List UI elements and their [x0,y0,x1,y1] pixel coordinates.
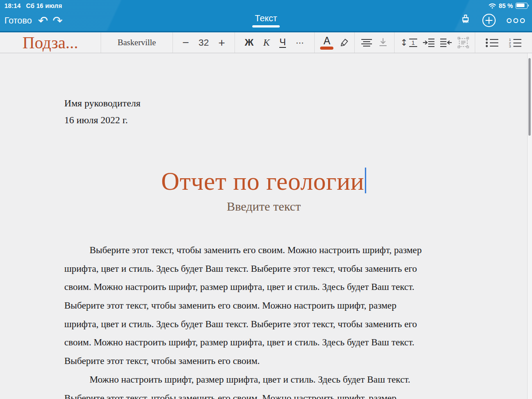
formatting-toolbar: Подза... Baskerville − 32 + Ж К Ч ⋯ A [0,32,532,53]
paragraph-style-button[interactable]: Подза... [0,32,101,53]
insert-plus-icon[interactable] [482,13,496,27]
body-line: Выберите этот текст, чтобы заменить его … [64,352,477,371]
line-spacing-value: 1 [411,40,415,46]
font-button[interactable]: Baskerville [101,32,173,53]
done-button[interactable]: Готово [4,16,32,26]
wifi-icon [489,3,496,9]
text-box-icon[interactable] [458,37,469,48]
nav-right [460,10,532,31]
text-format-group: Ж К Ч ⋯ [235,32,315,53]
doc-subtitle-placeholder[interactable]: Введите текст [0,200,528,214]
more-options-icon[interactable] [507,18,525,23]
text-cursor [365,168,366,193]
body-line: шрифта, цвет и стиль. Здесь будет Ваш те… [64,315,477,334]
format-brush-icon[interactable] [460,14,471,27]
body-line: своим. Можно настроить шрифт, размер шри… [64,278,477,297]
svg-text:3: 3 [509,44,511,47]
spacing-box: 1 [409,39,417,47]
status-bar: 18:14 Сб 16 июля 85 % [0,0,532,10]
paragraph-style-label: Подза... [23,34,78,51]
spacing-indent-group: ↕ 1 [395,32,475,53]
alignment-group [355,32,395,53]
doc-title[interactable]: Отчет по геологии [161,167,364,195]
doc-date-line[interactable]: 16 июля 2022 г. [64,114,128,126]
vertical-align-button[interactable] [379,38,387,47]
pages-app-screen: 18:14 Сб 16 июля 85 % Готово [0,0,532,399]
bullet-list-icon[interactable] [485,38,499,47]
font-size-increase-button[interactable]: + [218,36,225,50]
body-text[interactable]: Выберите этот текст, чтобы заменить его … [64,241,477,399]
line-spacing-button[interactable]: ↕ 1 [400,37,417,48]
indent-increase-icon[interactable] [423,38,434,47]
body-line: шрифта, цвет и стиль. Здесь будет Ваш те… [64,260,477,278]
font-size-decrease-button[interactable]: − [182,36,189,50]
font-name-label: Baskerville [117,38,156,47]
status-time: 18:14 [4,2,21,9]
color-group: A [315,32,355,53]
undo-icon[interactable]: ↶ [38,15,48,27]
highlighter-icon[interactable] [339,38,349,47]
nav-left: Готово ↶ ↷ [0,15,63,27]
body-line: Выберите этот текст, чтобы заменить его … [64,297,477,315]
list-group: 1 2 3 [475,32,532,53]
italic-button[interactable]: К [263,37,270,48]
body-line: Выберите этот текст, чтобы заменить его … [64,241,477,260]
doc-title-row[interactable]: Отчет по геологии [0,167,528,196]
text-color-label: A [324,36,330,46]
text-color-button[interactable]: A [320,36,333,50]
nav-bar: Готово ↶ ↷ [0,10,532,31]
body-line: своим. Можно настроить шрифт, размер шри… [64,333,477,352]
header: 18:14 Сб 16 июля 85 % Готово [0,0,532,31]
more-format-button[interactable]: ⋯ [296,38,305,48]
battery-percent: 85 % [499,2,513,9]
updown-arrow-icon: ↕ [400,37,408,48]
body-line: Можно настроить шрифт, размер шрифта, цв… [64,371,477,389]
numbered-list-icon[interactable]: 1 2 3 [509,38,522,47]
status-date: Сб 16 июля [26,2,62,9]
font-size-group: − 32 + [173,32,235,53]
body-line: Выберите этот текст, чтобы заменить его … [64,389,477,399]
underline-button[interactable]: Ч [279,37,286,48]
text-color-swatch [320,47,333,50]
document-canvas[interactable]: Имя руководителя 16 июля 2022 г. Отчет п… [0,53,532,399]
redo-icon[interactable]: ↷ [52,15,63,27]
battery-icon [516,3,528,9]
bold-button[interactable]: Ж [245,37,254,48]
font-size-value[interactable]: 32 [199,37,209,48]
doc-author-line[interactable]: Имя руководителя [64,98,141,109]
status-left: 18:14 Сб 16 июля [4,0,62,9]
text-align-button[interactable] [361,39,372,47]
status-right: 85 % [489,0,528,9]
scrollbar-thumb[interactable] [528,58,531,136]
undo-redo-group: ↶ ↷ [38,15,63,27]
indent-decrease-icon[interactable] [440,38,452,47]
